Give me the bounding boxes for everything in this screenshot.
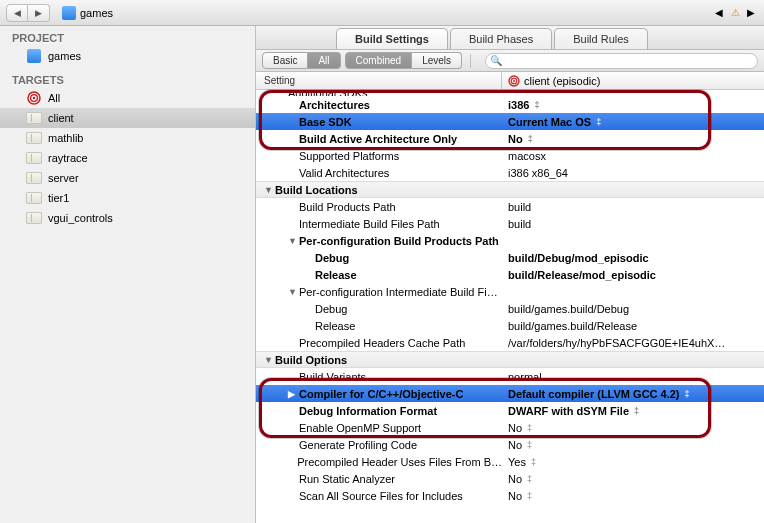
stepper-icon[interactable]: ‡ xyxy=(527,423,532,433)
setting-row[interactable]: Debug Information FormatDWARF with dSYM … xyxy=(256,402,764,419)
forward-nav-right-icon[interactable]: ▶ xyxy=(744,4,758,22)
scope-all-button[interactable]: All xyxy=(308,52,340,69)
library-icon xyxy=(26,132,42,145)
setting-row[interactable]: Run Static AnalyzerNo‡ xyxy=(256,470,764,487)
nav-buttons: ◀ ▶ xyxy=(6,4,50,22)
setting-value: build/Release/mod_episodic xyxy=(508,269,656,281)
target-icon xyxy=(508,75,520,87)
disclosure-triangle-icon[interactable]: ▼ xyxy=(264,185,273,195)
setting-row[interactable]: ▼Per-configuration Intermediate Build Fi… xyxy=(256,283,764,300)
stepper-icon[interactable]: ‡ xyxy=(596,117,601,127)
library-icon xyxy=(26,212,42,225)
library-icon xyxy=(26,112,42,125)
column-header: Setting client (episodic) xyxy=(256,72,764,90)
tab-build-settings[interactable]: Build Settings xyxy=(336,28,448,49)
setting-row[interactable]: Precompiled Header Uses Files From B…Yes… xyxy=(256,453,764,470)
sidebar-item-label: mathlib xyxy=(48,132,83,144)
search-field[interactable]: 🔍 xyxy=(485,53,758,69)
filter-bar: Basic All Combined Levels 🔍 xyxy=(256,50,764,72)
warning-icon[interactable]: ⚠ xyxy=(728,4,742,22)
svg-point-5 xyxy=(513,80,515,82)
back-nav-right-icon[interactable]: ◀ xyxy=(712,4,726,22)
setting-row[interactable]: Precompiled Headers Cache Path/var/folde… xyxy=(256,334,764,351)
scope-basic-button[interactable]: Basic xyxy=(262,52,308,69)
sidebar-target-all[interactable]: All xyxy=(0,88,255,108)
sidebar-target-tier1[interactable]: tier1 xyxy=(0,188,255,208)
setting-value: build/games.build/Debug xyxy=(508,303,629,315)
search-input[interactable] xyxy=(485,53,758,69)
stepper-icon[interactable]: ‡ xyxy=(685,389,690,399)
sidebar-target-raytrace[interactable]: raytrace xyxy=(0,148,255,168)
setting-label: Valid Architectures xyxy=(299,167,389,179)
breadcrumb[interactable]: games xyxy=(62,6,113,20)
setting-value: build xyxy=(508,201,531,213)
project-header: PROJECT xyxy=(0,30,255,46)
setting-row[interactable]: Architecturesi386‡ xyxy=(256,96,764,113)
sidebar-target-vgui_controls[interactable]: vgui_controls xyxy=(0,208,255,228)
setting-row[interactable]: Generate Profiling CodeNo‡ xyxy=(256,436,764,453)
setting-row[interactable]: Enable OpenMP SupportNo‡ xyxy=(256,419,764,436)
setting-label: Build Variants xyxy=(299,371,366,383)
setting-value: normal xyxy=(508,371,542,383)
section-header[interactable]: ▼Build Options xyxy=(256,351,764,368)
setting-value: No xyxy=(508,439,522,451)
setting-label: Build Products Path xyxy=(299,201,396,213)
setting-row[interactable]: Valid Architecturesi386 x86_64 xyxy=(256,164,764,181)
setting-value: No xyxy=(508,422,522,434)
setting-row[interactable]: Supported Platformsmacosx xyxy=(256,147,764,164)
setting-value: i386 x86_64 xyxy=(508,167,568,179)
stepper-icon[interactable]: ‡ xyxy=(527,440,532,450)
sidebar-target-server[interactable]: server xyxy=(0,168,255,188)
setting-value: No xyxy=(508,473,522,485)
section-header[interactable]: ▼Build Locations xyxy=(256,181,764,198)
setting-row[interactable]: Build Variantsnormal xyxy=(256,368,764,385)
disclosure-triangle-icon[interactable]: ▶ xyxy=(288,389,297,399)
tab-build-phases[interactable]: Build Phases xyxy=(450,28,552,49)
view-combined-button[interactable]: Combined xyxy=(345,52,413,69)
setting-row[interactable]: Releasebuild/Release/mod_episodic xyxy=(256,266,764,283)
stepper-icon[interactable]: ‡ xyxy=(528,134,533,144)
stepper-icon[interactable]: ‡ xyxy=(534,100,539,110)
setting-row[interactable]: ▼Per-configuration Build Products Path xyxy=(256,232,764,249)
sidebar-target-client[interactable]: client xyxy=(0,108,255,128)
setting-row[interactable]: Build Products Pathbuild xyxy=(256,198,764,215)
setting-value: build/Debug/mod_episodic xyxy=(508,252,649,264)
setting-row[interactable]: Releasebuild/games.build/Release xyxy=(256,317,764,334)
nav-back-button[interactable]: ◀ xyxy=(6,4,28,22)
setting-label: Per-configuration Intermediate Build Fi… xyxy=(299,286,498,298)
sidebar-project-item[interactable]: games xyxy=(0,46,255,66)
column-setting[interactable]: Setting xyxy=(256,72,502,89)
setting-value: No xyxy=(508,133,523,145)
stepper-icon[interactable]: ‡ xyxy=(531,457,536,467)
stepper-icon[interactable]: ‡ xyxy=(634,406,639,416)
nav-forward-button[interactable]: ▶ xyxy=(28,4,50,22)
setting-row[interactable]: Base SDKCurrent Mac OS‡ xyxy=(256,113,764,130)
tab-build-rules[interactable]: Build Rules xyxy=(554,28,648,49)
setting-row[interactable]: ▶Compiler for C/C++/Objective-CDefault c… xyxy=(256,385,764,402)
setting-label: Generate Profiling Code xyxy=(299,439,417,451)
setting-row[interactable]: Build Active Architecture OnlyNo‡ xyxy=(256,130,764,147)
disclosure-triangle-icon[interactable]: ▼ xyxy=(288,287,297,297)
sidebar-item-label: raytrace xyxy=(48,152,88,164)
stepper-icon[interactable]: ‡ xyxy=(527,474,532,484)
sidebar-item-label: client xyxy=(48,112,74,124)
setting-row[interactable]: Debugbuild/Debug/mod_episodic xyxy=(256,249,764,266)
targets-header: TARGETS xyxy=(0,72,255,88)
setting-row[interactable]: Debugbuild/games.build/Debug xyxy=(256,300,764,317)
setting-row[interactable]: Scan All Source Files for IncludesNo‡ xyxy=(256,487,764,504)
disclosure-triangle-icon[interactable]: ▼ xyxy=(288,236,297,246)
library-icon xyxy=(26,172,42,185)
setting-value: build xyxy=(508,218,531,230)
column-resolved[interactable]: client (episodic) xyxy=(502,72,764,89)
svg-point-2 xyxy=(33,97,35,99)
setting-value: /var/folders/hy/hyPbFSACFGG0E+IE4uhX… xyxy=(508,337,725,349)
setting-row[interactable]: Intermediate Build Files Pathbuild xyxy=(256,215,764,232)
setting-label: Scan All Source Files for Includes xyxy=(299,490,463,502)
disclosure-triangle-icon[interactable]: ▼ xyxy=(264,355,273,365)
sidebar-target-mathlib[interactable]: mathlib xyxy=(0,128,255,148)
library-icon xyxy=(26,152,42,165)
settings-table[interactable]: Additional SDKsArchitecturesi386‡Base SD… xyxy=(256,90,764,523)
setting-value: i386 xyxy=(508,99,529,111)
stepper-icon[interactable]: ‡ xyxy=(527,491,532,501)
view-levels-button[interactable]: Levels xyxy=(412,52,462,69)
